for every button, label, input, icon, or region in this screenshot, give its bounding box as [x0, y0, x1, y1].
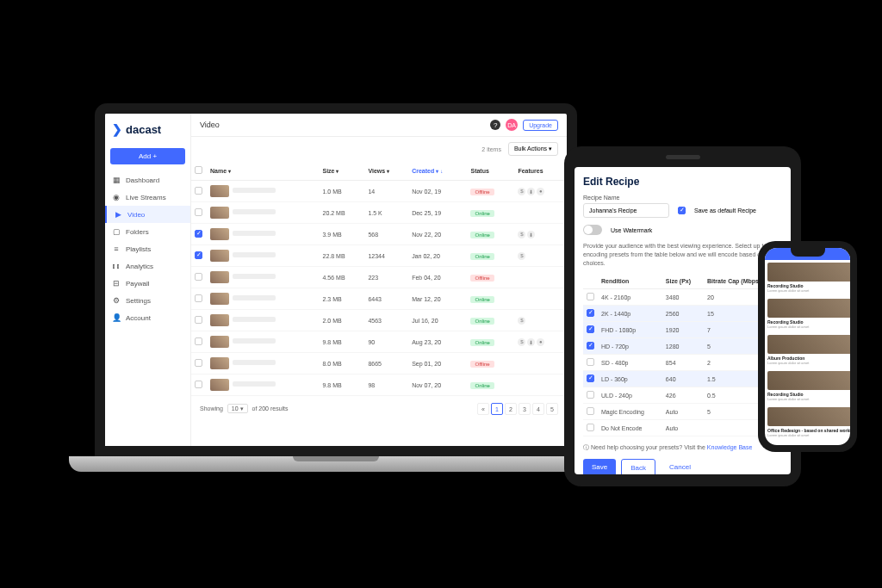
preset-checkbox[interactable] [587, 293, 594, 300]
page-5[interactable]: 5 [546, 403, 558, 415]
card-subtitle: Lorem ipsum dolor sit amet [767, 325, 850, 332]
card-subtitle: Lorem ipsum dolor sit amet [767, 289, 850, 296]
rendition-cell: 2K - 1440p [598, 306, 662, 322]
thumbnail [210, 336, 229, 348]
preset-row[interactable]: ULD - 240p 426 0.5 [583, 387, 782, 404]
save-default-checkbox[interactable] [678, 207, 686, 214]
table-row[interactable]: 9.8 MB 90 Aug 23, 20 Online $⬇● [191, 331, 567, 353]
cancel-button[interactable]: Cancel [661, 459, 699, 474]
video-name [233, 317, 276, 322]
page-3[interactable]: 3 [519, 403, 531, 415]
col-features[interactable]: Features [514, 161, 567, 181]
row-checkbox[interactable] [195, 337, 202, 345]
save-button[interactable]: Save [583, 459, 616, 474]
watermark-label: Use Watermark [611, 227, 652, 233]
row-checkbox[interactable] [195, 230, 202, 238]
created-cell: Jul 16, 20 [408, 310, 467, 331]
table-row[interactable]: 22.8 MB 12344 Jan 02, 20 Online $ [191, 245, 567, 267]
col-views[interactable]: Views ▾ [364, 161, 408, 181]
table-row[interactable]: 20.2 MB 1.5 K Dec 25, 19 Online [191, 202, 567, 224]
table-row[interactable]: 1.0 MB 14 Nov 02, 19 Offline $⬇● [191, 181, 567, 202]
knowledge-base-link[interactable]: Knowledge Base [707, 444, 753, 450]
preset-checkbox[interactable] [587, 325, 594, 333]
help-icon[interactable]: ? [490, 120, 500, 130]
size-cell: 20.2 MB [319, 202, 364, 224]
row-checkbox[interactable] [195, 316, 202, 324]
bulk-actions-button[interactable]: Bulk Actions ▾ [508, 142, 558, 156]
upgrade-button[interactable]: Upgrade [523, 120, 558, 131]
nav-live-streams[interactable]: ◉Live Streams [105, 189, 190, 206]
rendition-cell: HD - 720p [598, 338, 662, 355]
add-button[interactable]: Add + [110, 148, 185, 164]
preset-checkbox[interactable] [587, 407, 594, 415]
page-first[interactable]: « [477, 403, 489, 415]
page-4[interactable]: 4 [532, 403, 544, 415]
nav-account[interactable]: 👤Account [105, 309, 190, 326]
col-size[interactable]: Size ▾ [319, 161, 364, 181]
per-page-select[interactable]: 10 ▾ [227, 404, 248, 413]
select-all-checkbox[interactable] [195, 166, 202, 174]
preset-row[interactable]: 4K - 2160p 3480 20 [583, 289, 782, 306]
content-card[interactable]: Recording StudioLorem ipsum dolor sit am… [767, 371, 850, 405]
back-button[interactable]: Back [621, 459, 655, 474]
preset-checkbox[interactable] [587, 374, 594, 382]
col-status[interactable]: Status [467, 161, 514, 181]
preset-row[interactable]: 2K - 1440p 2560 15 [583, 306, 782, 322]
preset-checkbox[interactable] [587, 424, 594, 431]
table-row[interactable]: 4.56 MB 223 Feb 04, 20 Offline [191, 267, 567, 288]
created-cell: Nov 22, 20 [408, 224, 467, 245]
table-row[interactable]: 8.0 MB 8665 Sep 01, 20 Offline [191, 353, 567, 374]
avatar[interactable]: DA [506, 119, 518, 131]
nav-analytics[interactable]: ⫾⫾Analytics [105, 257, 190, 275]
content-card[interactable]: Recording StudioLorem ipsum dolor sit am… [767, 263, 850, 296]
nav-folders[interactable]: ▢Folders [105, 223, 190, 240]
video-name [233, 295, 276, 300]
preset-checkbox[interactable] [587, 391, 594, 399]
preset-row[interactable]: Do Not Encode Auto [583, 420, 782, 436]
preset-row[interactable]: HD - 720p 1280 5 [583, 338, 782, 355]
table-row[interactable]: 3.9 MB 568 Nov 22, 20 Online $⬇ [191, 224, 567, 245]
table-row[interactable]: 2.0 MB 4563 Jul 16, 20 Online $ [191, 310, 567, 331]
thumbnail [210, 228, 229, 240]
row-checkbox[interactable] [195, 381, 202, 388]
recipe-name-input[interactable] [583, 203, 669, 218]
page-1[interactable]: 1 [491, 403, 503, 415]
views-cell: 568 [364, 224, 408, 245]
content-card[interactable]: Office Redesign - based on shared workin… [767, 407, 850, 441]
rendition-cell: ULD - 240p [598, 387, 662, 404]
nav-paywall[interactable]: ⊟Paywall [105, 275, 190, 292]
preset-checkbox[interactable] [587, 358, 594, 366]
nav-dashboard[interactable]: ▦Dashboard [105, 171, 190, 189]
preset-checkbox[interactable] [587, 309, 594, 317]
table-row[interactable]: 2.3 MB 6443 Mar 12, 20 Online [191, 288, 567, 310]
table-row[interactable]: 9.8 MB 98 Nov 07, 20 Online [191, 374, 567, 396]
views-cell: 8665 [364, 353, 408, 374]
row-checkbox[interactable] [195, 273, 202, 281]
row-checkbox[interactable] [195, 359, 202, 367]
row-checkbox[interactable] [195, 208, 202, 216]
nav-video[interactable]: ▶Video [105, 206, 190, 223]
status-badge: Online [470, 382, 494, 389]
features-cell: $⬇ [518, 231, 535, 238]
row-checkbox[interactable] [195, 187, 202, 195]
content-card[interactable]: Recording StudioLorem ipsum dolor sit am… [767, 299, 850, 332]
row-checkbox[interactable] [195, 251, 202, 259]
preset-checkbox[interactable] [587, 342, 594, 350]
help-text: ⓘ Need help choosing your presets? Visit… [583, 443, 782, 452]
preset-row[interactable]: SD - 480p 854 2 [583, 355, 782, 371]
preset-row[interactable]: LD - 360p 640 1.5 [583, 371, 782, 387]
video-name [233, 209, 276, 214]
row-checkbox[interactable] [195, 294, 202, 302]
page-2[interactable]: 2 [505, 403, 517, 415]
preset-row[interactable]: FHD - 1080p 1920 7 [583, 322, 782, 338]
nav-settings[interactable]: ⚙Settings [105, 292, 190, 309]
size-cell: 22.8 MB [319, 245, 364, 267]
status-badge: Online [470, 210, 494, 217]
col-created[interactable]: Created ▾ ↓ [408, 161, 467, 181]
preset-row[interactable]: Magic Encoding Auto 5 [583, 404, 782, 420]
watermark-toggle[interactable] [583, 225, 602, 235]
content-card[interactable]: Album ProductionLorem ipsum dolor sit am… [767, 335, 850, 368]
col-name[interactable]: Name ▾ [207, 161, 319, 181]
thumbnail [210, 379, 229, 391]
nav-playlists[interactable]: ≡Playlists [105, 240, 190, 257]
